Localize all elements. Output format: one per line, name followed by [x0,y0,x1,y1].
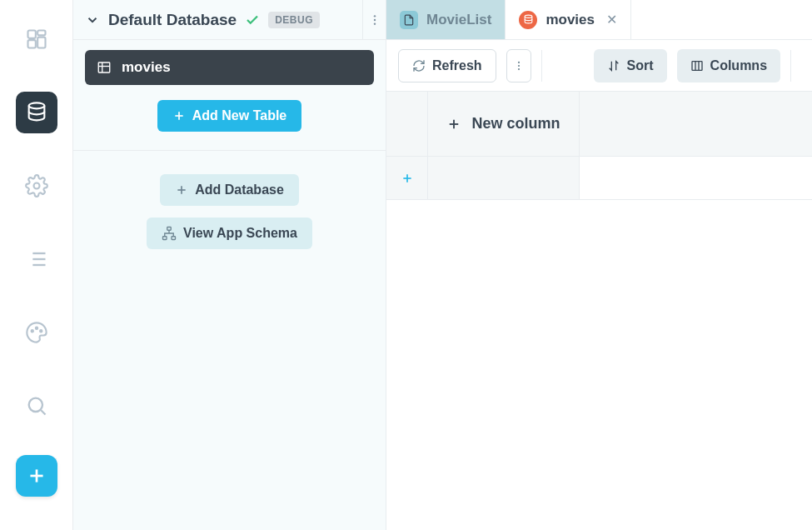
toolbar-divider [541,50,542,82]
table-item-label: movies [122,59,171,76]
grid-empty-cell [428,157,580,199]
check-icon [245,12,260,28]
tab-movielist[interactable]: MovieList [386,0,506,39]
database-icon [25,101,48,124]
main-area: MovieList movies ✕ Refresh [386,0,812,530]
sidebar-item-components[interactable] [16,18,57,60]
sidebar-item-palette[interactable] [16,312,57,353]
svg-point-33 [518,61,520,62]
sort-label: Sort [627,58,654,73]
svg-rect-3 [27,40,35,48]
tab-label: MovieList [426,12,491,28]
components-icon [25,28,48,51]
svg-point-35 [518,68,520,70]
svg-point-14 [40,330,42,332]
gear-icon [25,174,48,198]
view-schema-label: View App Schema [183,226,297,241]
plus-icon [401,172,414,185]
columns-icon [690,59,704,72]
svg-point-19 [373,15,375,17]
data-grid: New column [386,92,812,530]
add-table-label: Add New Table [192,108,287,123]
more-vertical-icon [368,13,381,27]
database-icon [519,11,537,29]
table-icon [97,60,112,75]
svg-point-32 [525,15,532,18]
search-icon [25,394,48,418]
plus-icon [446,117,461,132]
toolbar-menu-button[interactable] [506,49,531,82]
columns-label: Columns [710,58,767,73]
svg-rect-31 [172,237,176,240]
toolbar-divider [790,50,791,82]
sidebar-item-database[interactable] [16,92,57,133]
svg-point-15 [28,398,42,412]
svg-rect-36 [692,61,702,70]
svg-rect-0 [27,31,35,38]
plus-icon [26,465,47,487]
tab-movies[interactable]: movies ✕ [506,0,631,39]
table-item-movies[interactable]: movies [85,50,374,85]
svg-point-34 [518,64,520,66]
view-schema-button[interactable]: View App Schema [147,218,312,249]
close-icon[interactable]: ✕ [606,12,617,28]
database-panel: Default Database DEBUG movies Add New Ta… [73,0,386,530]
svg-rect-30 [163,237,167,240]
grid-header-row: New column [386,92,812,157]
add-row-button[interactable] [386,157,428,199]
tab-strip: MovieList movies ✕ [386,0,812,40]
svg-point-13 [35,328,37,329]
new-column-button[interactable]: New column [428,92,580,156]
grid-add-row [386,157,812,200]
database-title: Default Database [108,11,237,29]
document-icon [400,11,418,29]
svg-point-4 [28,102,44,108]
add-button[interactable] [16,455,57,497]
more-vertical-icon [513,60,525,72]
add-table-button[interactable]: Add New Table [157,100,302,132]
plus-icon [172,109,186,122]
svg-point-12 [31,330,32,332]
sort-icon [607,59,620,72]
new-column-label: New column [471,115,560,132]
sidebar-item-search[interactable] [16,385,57,427]
svg-rect-29 [167,228,172,231]
sort-button[interactable]: Sort [594,49,667,82]
debug-badge: DEBUG [268,12,320,28]
database-header: Default Database DEBUG [73,0,386,40]
schema-icon [162,226,177,241]
add-database-label: Add Database [195,182,284,198]
refresh-button[interactable]: Refresh [398,49,496,82]
palette-icon [25,321,48,344]
svg-rect-22 [98,62,110,72]
add-database-button[interactable]: Add Database [160,174,299,206]
svg-rect-1 [37,31,45,36]
toolbar: Refresh Sort Columns [386,40,812,92]
sidebar-item-settings[interactable] [16,165,57,207]
columns-button[interactable]: Columns [677,49,780,82]
row-header-cell [386,92,428,156]
chevron-down-icon[interactable] [85,12,100,28]
svg-point-20 [373,18,375,20]
left-rail [0,0,73,530]
refresh-icon [412,59,426,72]
list-icon [25,248,48,271]
svg-point-21 [373,22,375,24]
svg-point-5 [33,183,39,189]
plus-icon [175,183,188,197]
svg-line-16 [41,410,45,414]
svg-rect-2 [37,38,45,48]
sidebar-item-list[interactable] [16,238,57,280]
database-menu-button[interactable] [362,0,386,39]
refresh-label: Refresh [432,58,482,73]
tab-label: movies [545,12,595,28]
